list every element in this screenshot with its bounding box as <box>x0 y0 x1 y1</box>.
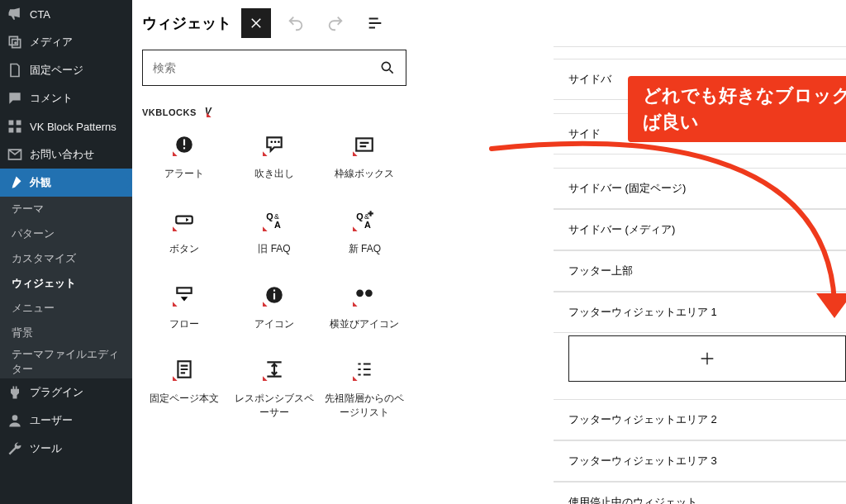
menu-item-comments[interactable]: コメント <box>0 84 132 112</box>
admin-sidebar: CTA メディア 固定ページ コメント VK Block Patterns お問… <box>0 0 132 504</box>
widget-area-footer-2[interactable]: フッターウィジェットエリア 2 <box>554 399 846 440</box>
svg-rect-8 <box>183 140 185 146</box>
svg-rect-14 <box>176 216 192 223</box>
close-inserter-button[interactable] <box>241 8 271 38</box>
block-ancestor-page-list[interactable]: 先祖階層からのページリスト <box>323 359 406 420</box>
search-icon <box>379 59 396 76</box>
block-new-faq[interactable]: QA& 新 FAQ <box>323 209 406 256</box>
faq-icon: QA& <box>264 209 285 231</box>
menu-item-appearance[interactable]: 外観 <box>0 169 132 197</box>
widget-area-footer-top[interactable]: フッター上部 <box>554 250 846 292</box>
spacer-icon <box>264 359 285 380</box>
menu-label: お問い合わせ <box>30 147 94 162</box>
block-grid: アラート 吹き出し 枠線ボックス ボタン <box>142 134 406 420</box>
submenu-themes[interactable]: テーマ <box>0 197 132 221</box>
flow-icon <box>173 284 195 306</box>
widget-area-footer-3[interactable]: フッターウィジェットエリア 3 <box>554 440 846 482</box>
submenu-widgets[interactable]: ウィジェット <box>0 271 132 296</box>
block-label: レスポンシブスペーサー <box>232 392 316 420</box>
widget-area-sidebar-media[interactable]: サイドバー (メディア) <box>554 209 846 250</box>
page-title: ウィジェット <box>142 13 231 33</box>
block-responsive-spacer[interactable]: レスポンシブスペーサー <box>232 359 316 420</box>
menu-label: 固定ページ <box>30 63 83 78</box>
list-view-button[interactable] <box>360 8 390 38</box>
svg-point-0 <box>14 41 17 44</box>
svg-text:&: & <box>274 212 279 221</box>
menu-item-users[interactable]: ユーザー <box>0 407 132 435</box>
menu-item-tools[interactable]: ツール <box>0 435 132 463</box>
menu-item-media[interactable]: メディア <box>0 28 132 56</box>
block-label: ボタン <box>169 242 199 256</box>
menu-label: VK Block Patterns <box>30 121 116 133</box>
svg-text:A: A <box>274 220 281 230</box>
menu-label: プラグイン <box>30 385 83 400</box>
svg-rect-3 <box>9 128 14 133</box>
menu-label: コメント <box>30 91 73 106</box>
svg-rect-13 <box>357 138 373 150</box>
menu-label: メディア <box>30 35 73 50</box>
block-old-faq[interactable]: QA& 旧 FAQ <box>232 209 316 256</box>
menu-label: CTA <box>30 8 50 21</box>
user-icon <box>7 412 23 429</box>
svg-point-26 <box>365 289 373 297</box>
menu-item-pages[interactable]: 固定ページ <box>0 56 132 84</box>
svg-rect-1 <box>9 121 14 126</box>
menu-item-plugins[interactable]: プラグイン <box>0 378 132 407</box>
redo-button[interactable] <box>321 8 350 38</box>
svg-rect-4 <box>17 128 21 133</box>
block-label: 枠線ボックス <box>335 167 394 181</box>
widget-area-inactive[interactable]: 使用停止中のウィジェット <box>554 482 846 504</box>
speech-balloon-icon <box>264 134 285 155</box>
block-icon[interactable]: アイコン <box>232 284 316 331</box>
info-icon <box>264 284 285 306</box>
undo-button[interactable] <box>281 8 311 38</box>
submenu-menus[interactable]: メニュー <box>0 296 132 321</box>
block-label: 旧 FAQ <box>258 242 290 256</box>
block-page-content[interactable]: 固定ページ本文 <box>142 359 226 420</box>
widget-area[interactable]: サイドバ <box>554 59 846 100</box>
submenu-theme-file-editor[interactable]: テーマファイルエディター <box>0 345 132 378</box>
block-label: 先祖階層からのページリスト <box>323 392 406 420</box>
block-label: 固定ページ本文 <box>150 392 219 406</box>
border-box-icon <box>354 134 375 155</box>
submenu-appearance: テーマ パターン カスタマイズ ウィジェット メニュー 背景 テーマファイルエデ… <box>0 197 132 378</box>
block-search[interactable] <box>142 50 406 86</box>
megaphone-icon <box>7 6 23 22</box>
svg-point-6 <box>382 62 390 70</box>
add-block-button[interactable] <box>568 335 846 382</box>
block-label: 横並びアイコン <box>330 317 399 331</box>
submenu-background[interactable]: 背景 <box>0 321 132 345</box>
widget-area-sidebar-pages[interactable]: サイドバー (固定ページ) <box>554 168 846 209</box>
block-label: 吹き出し <box>254 167 294 181</box>
svg-point-5 <box>12 415 18 421</box>
menu-item-vk-block-patterns[interactable]: VK Block Patterns <box>0 112 132 140</box>
block-icon-row[interactable]: 横並びアイコン <box>323 284 406 331</box>
block-alert[interactable]: アラート <box>142 134 226 181</box>
block-balloon[interactable]: 吹き出し <box>232 134 316 181</box>
submenu-patterns[interactable]: パターン <box>0 221 132 246</box>
search-input[interactable] <box>153 61 373 74</box>
menu-item-contact[interactable]: お問い合わせ <box>0 140 132 169</box>
svg-text:Q: Q <box>357 212 364 221</box>
svg-text:A: A <box>364 220 371 230</box>
submenu-customize[interactable]: カスタマイズ <box>0 246 132 271</box>
widget-editor: ウィジェット VKBLOCKS ア <box>132 0 846 504</box>
menu-item-cta[interactable]: CTA <box>0 0 132 28</box>
svg-rect-21 <box>177 288 191 293</box>
plus-icon <box>698 349 716 368</box>
widget-area-footer-1[interactable]: フッターウィジェットエリア 1 <box>554 292 846 333</box>
widget-areas-list: サイドバ サイド サイドバー (固定ページ) サイドバー (メディア) フッター… <box>554 46 846 504</box>
block-label: アラート <box>164 167 204 181</box>
block-flow[interactable]: フロー <box>142 284 226 331</box>
button-icon <box>173 209 195 231</box>
widget-area[interactable]: サイド <box>554 113 846 155</box>
page-list-icon <box>354 359 375 380</box>
menu-label: 外観 <box>30 175 51 190</box>
block-label: 新 FAQ <box>349 242 381 256</box>
grid-icon <box>7 118 23 135</box>
block-button[interactable]: ボタン <box>142 209 226 256</box>
svg-rect-24 <box>273 289 275 291</box>
menu-label: ツール <box>30 441 62 456</box>
block-border-box[interactable]: 枠線ボックス <box>323 134 406 181</box>
section-vkblocks: VKBLOCKS <box>142 106 406 119</box>
